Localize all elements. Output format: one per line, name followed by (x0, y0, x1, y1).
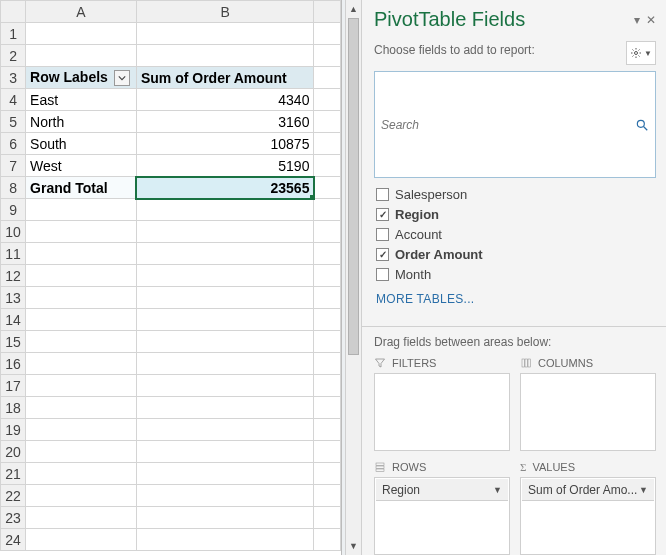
col-header-a[interactable]: A (26, 1, 137, 23)
grand-total-value[interactable]: 23565 (136, 177, 314, 199)
pivot-row-label[interactable]: East (26, 89, 137, 111)
cell[interactable] (26, 375, 137, 397)
cell[interactable] (136, 23, 314, 45)
chevron-down-icon[interactable]: ▼ (639, 485, 648, 495)
vertical-scrollbar[interactable]: ▲ ▼ (345, 0, 361, 555)
cell[interactable] (314, 507, 341, 529)
cell[interactable] (314, 287, 341, 309)
cell[interactable] (26, 221, 137, 243)
checkbox[interactable] (376, 268, 389, 281)
cell[interactable] (314, 375, 341, 397)
scroll-up-button[interactable]: ▲ (346, 0, 361, 18)
cell[interactable] (136, 45, 314, 67)
cell[interactable] (136, 375, 314, 397)
cell[interactable] (26, 243, 137, 265)
more-tables-link[interactable]: MORE TABLES... (376, 292, 656, 306)
cell[interactable] (314, 441, 341, 463)
cell[interactable] (26, 45, 137, 67)
cell[interactable] (314, 177, 341, 199)
checkbox[interactable] (376, 228, 389, 241)
columns-dropzone[interactable] (520, 373, 656, 451)
pivot-row-value[interactable]: 5190 (136, 155, 314, 177)
pivot-row-labels-header[interactable]: Row Labels (26, 67, 137, 89)
cell[interactable] (136, 309, 314, 331)
row-header[interactable]: 9 (1, 199, 26, 221)
values-dropzone[interactable]: Sum of Order Amo...▼ (520, 477, 656, 555)
cell[interactable] (314, 155, 341, 177)
cell[interactable] (314, 419, 341, 441)
cell[interactable] (314, 243, 341, 265)
cell[interactable] (136, 199, 314, 221)
cell[interactable] (26, 485, 137, 507)
row-header[interactable]: 16 (1, 353, 26, 375)
pivot-row-value[interactable]: 4340 (136, 89, 314, 111)
cell[interactable] (26, 199, 137, 221)
row-header[interactable]: 7 (1, 155, 26, 177)
close-icon[interactable]: ✕ (646, 13, 656, 27)
pivot-row-value[interactable]: 3160 (136, 111, 314, 133)
row-header[interactable]: 11 (1, 243, 26, 265)
row-header[interactable]: 23 (1, 507, 26, 529)
cell[interactable] (136, 243, 314, 265)
cell[interactable] (26, 441, 137, 463)
col-header-b[interactable]: B (136, 1, 314, 23)
scroll-thumb[interactable] (348, 18, 359, 355)
row-header[interactable]: 21 (1, 463, 26, 485)
row-header[interactable]: 15 (1, 331, 26, 353)
pivot-row-label[interactable]: West (26, 155, 137, 177)
row-header[interactable]: 13 (1, 287, 26, 309)
chevron-down-icon[interactable]: ▼ (493, 485, 502, 495)
field-row-order-amount[interactable]: ✓Order Amount (376, 244, 656, 264)
cell[interactable] (136, 221, 314, 243)
cell[interactable] (136, 507, 314, 529)
cell[interactable] (136, 441, 314, 463)
row-header[interactable]: 4 (1, 89, 26, 111)
layout-options-button[interactable]: ▼ (626, 41, 656, 65)
row-header[interactable]: 17 (1, 375, 26, 397)
cell[interactable] (136, 331, 314, 353)
row-header[interactable]: 5 (1, 111, 26, 133)
cell[interactable] (314, 89, 341, 111)
cell[interactable] (314, 45, 341, 67)
pivot-row-value[interactable]: 10875 (136, 133, 314, 155)
grid-table[interactable]: A B 1 2 3 Row Labels Sum of Order Amount… (0, 0, 341, 551)
cell[interactable] (314, 397, 341, 419)
cell[interactable] (26, 309, 137, 331)
row-labels-filter-button[interactable] (114, 70, 130, 86)
row-header[interactable]: 20 (1, 441, 26, 463)
row-header[interactable]: 12 (1, 265, 26, 287)
cell[interactable] (136, 529, 314, 551)
filters-dropzone[interactable] (374, 373, 510, 451)
checkbox[interactable]: ✓ (376, 208, 389, 221)
cell[interactable] (314, 485, 341, 507)
cell[interactable] (136, 397, 314, 419)
cell[interactable] (314, 463, 341, 485)
cell[interactable] (314, 133, 341, 155)
cell[interactable] (136, 265, 314, 287)
cell[interactable] (136, 463, 314, 485)
cell[interactable] (314, 265, 341, 287)
select-all-corner[interactable] (1, 1, 26, 23)
cell[interactable] (26, 353, 137, 375)
field-row-salesperson[interactable]: Salesperson (376, 184, 656, 204)
cell[interactable] (314, 67, 341, 89)
row-header[interactable]: 8 (1, 177, 26, 199)
cell[interactable] (314, 23, 341, 45)
rows-dropzone[interactable]: Region▼ (374, 477, 510, 555)
cell[interactable] (26, 419, 137, 441)
row-header[interactable]: 6 (1, 133, 26, 155)
row-header[interactable]: 10 (1, 221, 26, 243)
scroll-track[interactable] (346, 18, 361, 537)
search-input[interactable] (381, 118, 635, 132)
cell[interactable] (26, 265, 137, 287)
scroll-down-button[interactable]: ▼ (346, 537, 361, 555)
cell[interactable] (26, 331, 137, 353)
field-row-region[interactable]: ✓Region (376, 204, 656, 224)
row-header[interactable]: 24 (1, 529, 26, 551)
cell[interactable] (26, 529, 137, 551)
cell[interactable] (136, 419, 314, 441)
field-search[interactable] (374, 71, 656, 178)
cell[interactable] (26, 463, 137, 485)
cell[interactable] (314, 309, 341, 331)
pivot-row-label[interactable]: North (26, 111, 137, 133)
